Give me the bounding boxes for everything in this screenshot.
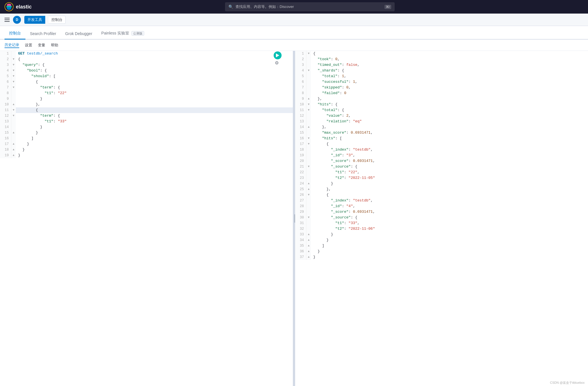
- output-line-number: 32: [295, 226, 306, 232]
- tab-grok-debugger[interactable]: Grok Debugger: [61, 29, 97, 40]
- line-number: 19: [0, 153, 11, 158]
- output-line-number: 6: [295, 79, 306, 85]
- output-fold-toggle[interactable]: ▼: [306, 164, 311, 170]
- line-content[interactable]: "term": {: [16, 85, 293, 90]
- line-content[interactable]: "t1": "33": [16, 119, 293, 124]
- fold-toggle[interactable]: ▼: [11, 68, 16, 73]
- fold-toggle[interactable]: ▼: [11, 107, 16, 113]
- editor-line: 4▼ "bool": {: [0, 68, 293, 73]
- fold-toggle[interactable]: ▲: [11, 147, 16, 153]
- output-fold-toggle[interactable]: ▼: [306, 136, 311, 141]
- tab-search-profiler[interactable]: Search Profiler: [25, 29, 61, 40]
- output-line-content: }: [311, 237, 588, 243]
- output-fold-toggle[interactable]: ▲: [306, 187, 311, 192]
- line-content[interactable]: }: [16, 153, 293, 158]
- output-code[interactable]: 1▼{2 "took": 0,3 "timed_out": false,4▼ "…: [295, 51, 588, 386]
- output-line: 34▲ }: [295, 237, 588, 243]
- footer: CSDN @蓝盒子itbluebox: [547, 380, 588, 386]
- output-fold-toggle[interactable]: ▼: [306, 215, 311, 220]
- line-content[interactable]: }: [16, 130, 293, 136]
- line-content[interactable]: {: [16, 79, 293, 85]
- output-line-content: {: [311, 141, 588, 147]
- output-fold-toggle[interactable]: ▲: [306, 124, 311, 130]
- output-line-content: "took": 0,: [311, 57, 588, 62]
- toolbar-variables[interactable]: 变量: [38, 43, 45, 48]
- fold-toggle[interactable]: ▼: [11, 79, 16, 85]
- output-fold-toggle[interactable]: ▲: [306, 243, 311, 249]
- line-content[interactable]: {: [16, 57, 293, 62]
- output-line: 2 "took": 0,: [295, 57, 588, 62]
- line-content[interactable]: {: [16, 107, 293, 113]
- run-btn-area: ⚙: [274, 51, 282, 66]
- line-content[interactable]: ]: [16, 136, 293, 141]
- output-line: 25▲ },: [295, 187, 588, 192]
- console-button[interactable]: 控制台: [49, 16, 66, 24]
- fold-toggle[interactable]: ▼: [11, 57, 16, 62]
- editor-line: 7▼ "term": {: [0, 85, 293, 90]
- output-line: 37▲}: [295, 254, 588, 260]
- output-fold-toggle[interactable]: ▼: [306, 102, 311, 107]
- hamburger-button[interactable]: [5, 18, 10, 22]
- output-fold-toggle[interactable]: ▼: [306, 192, 311, 198]
- line-content[interactable]: }: [16, 147, 293, 153]
- output-fold-toggle[interactable]: ▼: [306, 51, 311, 57]
- line-number: 14: [0, 124, 11, 130]
- output-line-number: 27: [295, 198, 306, 203]
- toolbar-settings[interactable]: 设置: [25, 43, 32, 48]
- fold-toggle[interactable]: ▼: [11, 62, 16, 68]
- toolbar-history[interactable]: 历史记录: [5, 42, 19, 48]
- output-line-content: },: [311, 124, 588, 130]
- output-fold-toggle[interactable]: ▲: [306, 254, 311, 260]
- second-nav: D 开发工具 控制台: [0, 14, 588, 26]
- line-content[interactable]: }: [16, 141, 293, 147]
- output-line-number: 20: [295, 158, 306, 164]
- output-fold-toggle: [306, 79, 311, 85]
- line-content[interactable]: }: [16, 96, 293, 102]
- line-content[interactable]: "bool": {: [16, 68, 293, 73]
- output-line-number: 23: [295, 175, 306, 181]
- tab-console[interactable]: 控制台: [5, 28, 25, 40]
- output-fold-toggle[interactable]: ▼: [306, 68, 311, 73]
- output-fold-toggle[interactable]: ▲: [306, 249, 311, 254]
- line-content[interactable]: "should": [: [16, 73, 293, 79]
- fold-toggle[interactable]: ▼: [11, 113, 16, 119]
- output-fold-toggle[interactable]: ▼: [306, 141, 311, 147]
- tab-painless[interactable]: Painless 实验室 公测版: [97, 28, 149, 40]
- fold-toggle[interactable]: ▲: [11, 141, 16, 147]
- fold-toggle[interactable]: ▲: [11, 153, 16, 158]
- output-fold-toggle[interactable]: ▼: [306, 107, 311, 113]
- line-content[interactable]: }: [16, 124, 293, 130]
- output-line: 28 "_id": "4",: [295, 203, 588, 209]
- user-avatar[interactable]: D: [13, 16, 21, 24]
- output-line-number: 28: [295, 203, 306, 209]
- output-line-number: 26: [295, 192, 306, 198]
- line-content[interactable]: "query": {: [16, 62, 293, 68]
- painless-badge: 公测版: [131, 31, 144, 36]
- output-line-content: "_score": 0.6931471,: [311, 209, 588, 215]
- elastic-logo[interactable]: elastic: [5, 2, 32, 11]
- output-fold-toggle[interactable]: ▲: [306, 96, 311, 102]
- fold-toggle[interactable]: ▲: [11, 130, 16, 136]
- global-search-bar[interactable]: 🔍 查找应用、内容等。例如：Discover ⌘/: [225, 2, 395, 11]
- fold-toggle[interactable]: ▼: [11, 73, 16, 79]
- tools-button[interactable]: ⚙: [275, 59, 282, 66]
- output-fold-toggle[interactable]: ▲: [306, 181, 311, 187]
- fold-toggle[interactable]: ▼: [11, 85, 16, 90]
- output-line: 10▼ "hits": {: [295, 102, 588, 107]
- line-number: 12: [0, 113, 11, 119]
- devtools-button[interactable]: 开发工具: [24, 16, 45, 24]
- output-fold-toggle[interactable]: ▲: [306, 232, 311, 237]
- line-content[interactable]: "t1": "22": [16, 90, 293, 96]
- output-line-number: 35: [295, 243, 306, 249]
- line-content[interactable]: GET testdb/_search: [16, 51, 293, 57]
- toolbar-help[interactable]: 帮助: [51, 43, 58, 48]
- output-line: 9▲ },: [295, 96, 588, 102]
- output-fold-toggle: [306, 113, 311, 119]
- code-editor[interactable]: 1GET testdb/_search2▼{3▼ "query": {4▼ "b…: [0, 51, 293, 386]
- line-content[interactable]: "term": {: [16, 113, 293, 119]
- output-line-number: 19: [295, 153, 306, 158]
- fold-toggle[interactable]: ▲: [11, 102, 16, 107]
- line-content[interactable]: },: [16, 102, 293, 107]
- run-button[interactable]: [274, 51, 282, 59]
- output-fold-toggle[interactable]: ▲: [306, 237, 311, 243]
